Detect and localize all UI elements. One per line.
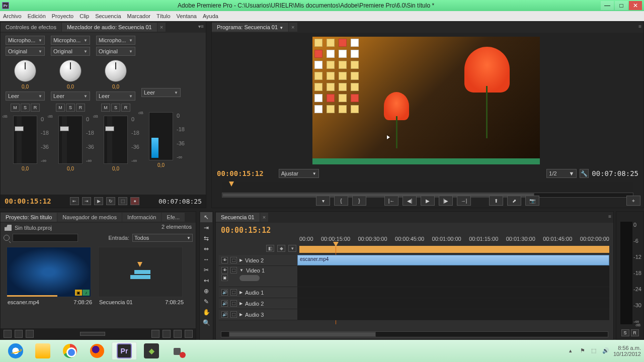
goto-in-button[interactable]: ⇤: [70, 197, 79, 205]
input-select-2[interactable]: Micropho...▼: [51, 36, 90, 45]
program-video-canvas[interactable]: [312, 37, 540, 164]
tab-audio-mixer[interactable]: Mezclador de audio: Secuencia 01: [62, 23, 157, 32]
track-toggle-output[interactable]: 👁: [221, 267, 228, 274]
maximize-button[interactable]: □: [615, 1, 628, 10]
fader-handle-1[interactable]: [15, 126, 24, 131]
track-body-a3[interactable]: [297, 309, 609, 320]
tab-close-icon[interactable]: ×: [157, 23, 166, 32]
timeline-ruler[interactable]: 00:0000:00:15:0000:00:30:0000:00:45:0000…: [299, 236, 609, 243]
mute-button-2[interactable]: M: [56, 104, 65, 112]
menu-secuencia[interactable]: Secuencia: [95, 13, 121, 19]
pan-knob-3[interactable]: [105, 60, 127, 82]
razor-tool[interactable]: ✂: [200, 265, 212, 275]
add-marker-button[interactable]: ▾: [316, 196, 330, 206]
track-lock[interactable]: ⬚: [230, 311, 237, 318]
mark-out-button[interactable]: }: [352, 196, 366, 206]
fit-select[interactable]: Ajustar▼: [279, 169, 319, 178]
solo-button-2[interactable]: S: [66, 104, 75, 112]
track-lock[interactable]: ⬚: [230, 300, 237, 307]
original-select-1[interactable]: Original▼: [6, 47, 45, 56]
automation-select-1[interactable]: Leer▼: [6, 92, 45, 101]
tab-effect-controls[interactable]: Controles de efectos: [1, 23, 61, 32]
tab-project[interactable]: Proyecto: Sin título: [1, 213, 57, 222]
goto-out-button[interactable]: ⇥: [82, 197, 91, 205]
taskbar-explorer[interactable]: [30, 342, 55, 360]
timeline-scrollbar[interactable]: [221, 331, 608, 337]
slide-tool[interactable]: ⊕: [200, 286, 212, 296]
track-mute[interactable]: 🔊: [221, 289, 228, 296]
mute-button-1[interactable]: M: [11, 104, 20, 112]
taskbar-chrome[interactable]: [57, 342, 83, 360]
fader-handle-2[interactable]: [60, 126, 69, 131]
tab-program[interactable]: Programa: Secuencia 01 ▼: [212, 23, 288, 32]
track-body-v1[interactable]: [297, 266, 609, 287]
track-fx-slider[interactable]: [239, 275, 260, 281]
goto-in-button[interactable]: |←: [384, 196, 398, 206]
ripple-edit-tool[interactable]: ⇆: [200, 233, 212, 243]
minimize-button[interactable]: —: [601, 1, 614, 10]
pen-tool[interactable]: ✎: [200, 297, 212, 307]
tray-network-icon[interactable]: ⬚: [591, 347, 598, 354]
settings-button[interactable]: 🔧: [580, 169, 589, 178]
tray-chevron-icon[interactable]: ▴: [569, 347, 576, 354]
automation-select-master[interactable]: Leer▼: [141, 88, 181, 97]
entry-filter-select[interactable]: Todos▼: [132, 234, 193, 242]
menu-marcador[interactable]: Marcador: [127, 13, 150, 19]
master-solo-button[interactable]: S: [621, 329, 629, 336]
collapse-icon[interactable]: ▶: [239, 301, 243, 306]
project-item-video[interactable]: ▣♪ escaner.mp47:08:26: [7, 247, 93, 323]
record-button-1[interactable]: R: [31, 104, 40, 112]
track-toggle-output[interactable]: 👁: [221, 257, 228, 263]
menu-edicion[interactable]: Edición: [28, 13, 46, 19]
input-select-3[interactable]: Micropho...▼: [96, 36, 135, 45]
tab-sequence[interactable]: Secuencia 01: [216, 213, 260, 222]
track-mute[interactable]: 🔊: [221, 300, 228, 307]
original-select-3[interactable]: Original▼: [96, 47, 135, 56]
delete-button[interactable]: [185, 330, 193, 338]
new-bin-button[interactable]: [163, 330, 171, 338]
close-button[interactable]: ✕: [629, 1, 642, 10]
track-body-v2[interactable]: escaner.mp4: [297, 255, 609, 265]
find-button[interactable]: [151, 330, 159, 338]
tab-media-browser[interactable]: Navegador de medios: [57, 213, 122, 222]
export-frame-button[interactable]: 📷: [525, 196, 539, 206]
master-record-button[interactable]: R: [631, 329, 639, 336]
collapse-icon[interactable]: ▶: [239, 312, 243, 317]
input-select-1[interactable]: Micropho...▼: [6, 36, 45, 45]
track-lock[interactable]: ⬚: [230, 267, 237, 274]
solo-button-1[interactable]: S: [21, 104, 30, 112]
mute-button-3[interactable]: M: [101, 104, 110, 112]
taskbar-premiere[interactable]: Pr: [112, 342, 137, 360]
tab-program-close-icon[interactable]: ×: [289, 23, 297, 32]
rate-stretch-tool[interactable]: ↔: [200, 254, 212, 264]
step-forward-button[interactable]: |▶: [439, 196, 453, 206]
thumbnail-size-slider[interactable]: [80, 332, 105, 336]
panel-menu-icon[interactable]: ▾≡: [198, 24, 204, 29]
selection-tool[interactable]: ↖: [200, 212, 212, 222]
collapse-icon[interactable]: ▶: [239, 290, 243, 295]
menu-ayuda[interactable]: Ayuda: [203, 13, 218, 19]
lift-button[interactable]: ⬆: [489, 196, 503, 206]
collapse-icon[interactable]: ▼: [239, 268, 244, 273]
original-select-2[interactable]: Original▼: [51, 47, 90, 56]
zoom-select[interactable]: 1/2▼: [546, 169, 577, 178]
track-body-a1[interactable]: [297, 287, 609, 298]
item-thumbnail[interactable]: [98, 247, 183, 297]
loop-button[interactable]: ↻: [106, 197, 115, 205]
timeline-scroll-thumb[interactable]: [229, 332, 376, 337]
taskbar-camtasia[interactable]: [166, 342, 191, 360]
taskbar-app-1[interactable]: ◆: [139, 342, 164, 360]
new-item-button[interactable]: [174, 330, 182, 338]
tab-sequence-close-icon[interactable]: ×: [260, 213, 268, 222]
track-lock[interactable]: ⬚: [230, 289, 237, 296]
track-body-a2[interactable]: [297, 298, 609, 309]
fader-handle-3[interactable]: [105, 126, 114, 131]
extract-button[interactable]: ⬈: [507, 196, 521, 206]
menu-proyecto[interactable]: Proyecto: [52, 13, 73, 19]
track-mute[interactable]: 🔊: [221, 311, 228, 318]
record-toggle-button[interactable]: ⬚: [118, 197, 127, 205]
track-lock[interactable]: ⬚: [230, 257, 237, 263]
menu-titulo[interactable]: Título: [156, 13, 171, 19]
search-input[interactable]: [13, 234, 78, 242]
tray-clock[interactable]: 8:56 a.m. 10/12/2012: [613, 345, 641, 357]
